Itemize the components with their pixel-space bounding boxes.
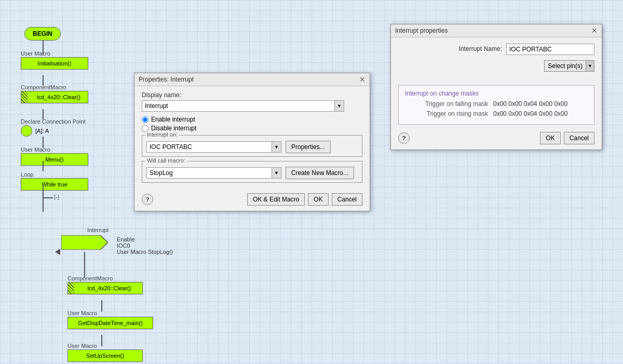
interrupt-props-body: Interrupt Name: Select pin(s) ▼ — [391, 37, 602, 81]
loop-bracket-label: [-] — [54, 194, 59, 200]
properties-dialog-footer: ? OK & Edit Macro OK Cancel — [134, 190, 370, 211]
flow-item-menu: User Macro Menu() — [21, 146, 88, 166]
rising-mask-row: Trigger on rising mask 0x00 0x00 0x04 0x… — [405, 110, 588, 117]
select-pins-arrow[interactable]: ▼ — [586, 61, 594, 71]
display-name-label: Display name: — [142, 91, 362, 99]
interrupt-props-footer: ? OK Cancel — [391, 129, 602, 150]
flow-item-initialisation: User Macro Initialisation() — [21, 50, 88, 70]
falling-mask-row: Trigger on falling mask 0x00 0x00 0x04 0… — [405, 100, 588, 107]
interrupt-on-dropdown[interactable]: IOC PORTABC ▼ — [146, 141, 281, 153]
properties-help-button[interactable]: ? — [142, 194, 153, 205]
loop-bracket — [43, 197, 53, 198]
begin-node: BEGIN — [24, 27, 61, 41]
svg-marker-0 — [61, 235, 108, 250]
interrupt-label: Interrupt — [87, 227, 109, 233]
interrupt-text: Enable IOC0 User Macro StopLog() — [117, 236, 173, 255]
connector — [43, 109, 44, 119]
interrupt-properties-dialog: Interrupt properties ✕ Interrupt Name: S… — [390, 24, 602, 150]
select-pins-row: Select pin(s) ▼ — [398, 60, 594, 72]
interrupt-shape — [61, 235, 108, 250]
create-new-macro-button[interactable]: Create New Macro... — [286, 167, 354, 179]
interrupt-name-row: Interrupt Name: — [398, 44, 594, 55]
enable-radio-input[interactable] — [142, 116, 148, 123]
flow-item-loop: Loop While true — [21, 171, 88, 191]
connector — [84, 252, 85, 278]
properties-interrupt-dialog: Properties: Interrupt ✕ Display name: In… — [134, 73, 370, 211]
will-call-macro-arrow[interactable]: ▼ — [272, 168, 281, 178]
interrupt-props-titlebar: Interrupt properties ✕ — [391, 24, 602, 37]
select-pins-button[interactable]: Select pin(s) ▼ — [544, 60, 594, 72]
enable-interrupt-radio[interactable]: Enable interrupt — [142, 116, 362, 123]
flow-item-setupscreen: User Macro SetUpScreen() — [67, 343, 143, 362]
flow-item-getdisp: User Macro GetDispDateTime_main() — [67, 310, 153, 329]
properties-ok-button[interactable]: OK — [308, 193, 328, 206]
connector — [43, 161, 44, 171]
properties-button[interactable]: Properties... — [286, 141, 331, 153]
disable-interrupt-radio[interactable]: Disable interrupt — [142, 125, 362, 132]
flow-item-lcd-clear-2: ComponentMacro lcd_4x20::Clear() — [67, 275, 143, 294]
interrupt-arrow — [55, 249, 60, 255]
properties-dialog-titlebar: Properties: Interrupt ✕ — [134, 73, 370, 86]
properties-dialog-body: Display name: Interrupt ▼ Enable interru… — [134, 86, 370, 190]
properties-dialog-close[interactable]: ✕ — [359, 76, 365, 83]
loop-line — [43, 186, 44, 212]
display-name-dropdown[interactable]: Interrupt ▼ — [142, 100, 344, 112]
interrupt-props-help-button[interactable]: ? — [398, 132, 410, 144]
interrupt-on-group: Interrupt on: IOC PORTABC ▼ Properties..… — [142, 135, 362, 157]
interrupt-on-arrow[interactable]: ▼ — [272, 142, 281, 152]
ok-edit-macro-button[interactable]: OK & Edit Macro — [247, 193, 305, 206]
will-call-macro-group: Will call macro: StopLog ▼ Create New Ma… — [142, 161, 362, 183]
interrupt-mode-group: Enable interrupt Disable interrupt — [142, 116, 362, 132]
interrupt-name-input[interactable] — [506, 44, 594, 55]
interrupt-props-cancel-button[interactable]: Cancel — [564, 132, 594, 144]
properties-cancel-button[interactable]: Cancel — [332, 193, 362, 206]
flow-item-connection-point: Declare Connection Point [A]: A — [21, 118, 86, 137]
flow-item-lcd-clear-1: ComponentMacro lcd_4x20::Clear() — [21, 84, 88, 103]
interrupt-props-close[interactable]: ✕ — [591, 27, 598, 34]
disable-radio-input[interactable] — [142, 125, 148, 132]
will-call-macro-dropdown[interactable]: StopLog ▼ — [146, 167, 281, 179]
display-name-dropdown-arrow[interactable]: ▼ — [334, 101, 344, 111]
change-masks-box: Interrupt on change masks Trigger on fal… — [398, 85, 594, 125]
interrupt-props-ok-button[interactable]: OK — [540, 132, 560, 144]
